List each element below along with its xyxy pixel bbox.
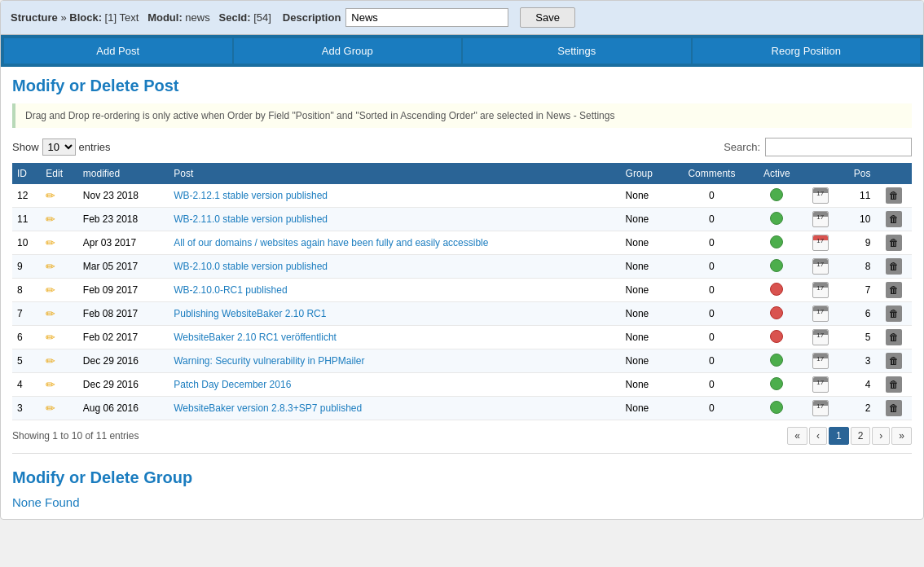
pagination-page-1[interactable]: 1 <box>829 427 849 445</box>
cell-active[interactable] <box>751 302 802 326</box>
add-post-button[interactable]: Add Post <box>4 38 232 64</box>
edit-icon[interactable]: ✏ <box>46 402 55 415</box>
cell-edit[interactable]: ✏ <box>41 184 78 208</box>
cell-calendar[interactable]: 17 <box>802 255 838 279</box>
active-green-icon[interactable] <box>770 354 783 367</box>
cell-edit[interactable]: ✏ <box>41 208 78 231</box>
cell-edit[interactable]: ✏ <box>41 397 78 420</box>
cell-active[interactable] <box>751 373 802 397</box>
delete-icon[interactable] <box>886 187 902 204</box>
delete-icon[interactable] <box>886 376 902 393</box>
cell-edit[interactable]: ✏ <box>41 326 78 349</box>
cell-post[interactable]: WebsiteBaker 2.10 RC1 veröffentlicht <box>169 326 620 349</box>
cell-delete[interactable] <box>875 326 912 349</box>
cell-edit[interactable]: ✏ <box>41 231 78 255</box>
cell-post[interactable]: WB-2.11.0 stable version published <box>169 208 620 231</box>
delete-icon[interactable] <box>886 235 902 251</box>
cell-post[interactable]: WB-2.12.1 stable version published <box>169 184 620 208</box>
cell-delete[interactable] <box>875 231 912 255</box>
cell-post[interactable]: All of our domains / websites again have… <box>169 231 620 255</box>
active-red-icon[interactable] <box>770 306 783 319</box>
cell-delete[interactable] <box>875 255 912 279</box>
cell-edit[interactable]: ✏ <box>41 302 78 326</box>
cell-post[interactable]: WB-2.10.0 stable version published <box>169 255 620 279</box>
cell-active[interactable] <box>751 231 802 255</box>
cell-active[interactable] <box>751 397 802 420</box>
pagination-page-2[interactable]: 2 <box>851 427 871 445</box>
cell-delete[interactable] <box>875 397 912 420</box>
description-input[interactable] <box>345 8 508 27</box>
cell-delete[interactable] <box>875 184 912 208</box>
active-red-icon[interactable] <box>770 283 783 296</box>
cell-delete[interactable] <box>875 208 912 231</box>
cell-post[interactable]: Publishing WebsiteBaker 2.10 RC1 <box>169 302 620 326</box>
pagination-first[interactable]: « <box>787 427 807 445</box>
active-red-icon[interactable] <box>770 330 783 343</box>
delete-icon[interactable] <box>886 211 902 227</box>
cell-calendar[interactable]: 17 <box>802 373 838 397</box>
cell-delete[interactable] <box>875 349 912 373</box>
edit-icon[interactable]: ✏ <box>46 331 55 344</box>
calendar-icon[interactable]: 17 <box>812 235 829 251</box>
cell-delete[interactable] <box>875 373 912 397</box>
active-green-icon[interactable] <box>770 235 783 248</box>
cell-calendar[interactable]: 17 <box>802 397 838 420</box>
settings-button[interactable]: Settings <box>463 38 691 64</box>
active-green-icon[interactable] <box>770 377 783 390</box>
calendar-icon[interactable]: 17 <box>812 211 829 227</box>
cell-active[interactable] <box>751 279 802 302</box>
calendar-icon[interactable]: 17 <box>812 282 829 298</box>
cell-edit[interactable]: ✏ <box>41 373 78 397</box>
entries-select[interactable]: 10 25 50 <box>42 138 76 156</box>
cell-delete[interactable] <box>875 279 912 302</box>
cell-post[interactable]: WB-2.10.0-RC1 published <box>169 279 620 302</box>
delete-icon[interactable] <box>886 353 902 369</box>
cell-post[interactable]: WebsiteBaker version 2.8.3+SP7 published <box>169 397 620 420</box>
post-link[interactable]: Patch Day December 2016 <box>174 379 291 390</box>
calendar-icon[interactable]: 17 <box>812 353 829 369</box>
cell-calendar[interactable]: 17 <box>802 349 838 373</box>
search-input[interactable] <box>765 138 912 156</box>
post-link[interactable]: All of our domains / websites again have… <box>174 237 488 248</box>
calendar-icon[interactable]: 17 <box>812 329 829 345</box>
post-link[interactable]: WB-2.11.0 stable version published <box>174 213 328 225</box>
delete-icon[interactable] <box>886 258 902 275</box>
active-green-icon[interactable] <box>770 401 783 414</box>
post-link[interactable]: WebsiteBaker 2.10 RC1 veröffentlicht <box>174 332 337 343</box>
cell-delete[interactable] <box>875 302 912 326</box>
edit-icon[interactable]: ✏ <box>46 354 55 367</box>
cell-calendar[interactable]: 17 <box>802 326 838 349</box>
cell-active[interactable] <box>751 208 802 231</box>
pagination-last[interactable]: » <box>891 427 912 445</box>
delete-icon[interactable] <box>886 282 902 298</box>
cell-edit[interactable]: ✏ <box>41 349 78 373</box>
post-link[interactable]: Publishing WebsiteBaker 2.10 RC1 <box>174 308 326 319</box>
edit-icon[interactable]: ✏ <box>46 189 55 202</box>
active-green-icon[interactable] <box>770 259 783 272</box>
edit-icon[interactable]: ✏ <box>46 284 55 297</box>
cell-edit[interactable]: ✏ <box>41 255 78 279</box>
cell-calendar[interactable]: 17 <box>802 302 838 326</box>
delete-icon[interactable] <box>886 305 902 322</box>
calendar-icon[interactable]: 17 <box>812 305 829 322</box>
cell-active[interactable] <box>751 255 802 279</box>
calendar-icon[interactable]: 17 <box>812 187 829 204</box>
cell-active[interactable] <box>751 326 802 349</box>
reorg-position-button[interactable]: Reorg Position <box>693 38 921 64</box>
post-link[interactable]: WB-2.12.1 stable version published <box>174 190 328 201</box>
cell-calendar[interactable]: 17 <box>802 184 838 208</box>
pagination-prev[interactable]: ‹ <box>809 427 827 445</box>
pagination-next[interactable]: › <box>872 427 890 445</box>
edit-icon[interactable]: ✏ <box>46 307 55 320</box>
add-group-button[interactable]: Add Group <box>234 38 462 64</box>
cell-active[interactable] <box>751 349 802 373</box>
cell-edit[interactable]: ✏ <box>41 279 78 302</box>
post-link[interactable]: WB-2.10.0-RC1 published <box>174 284 287 296</box>
active-green-icon[interactable] <box>770 188 783 201</box>
delete-icon[interactable] <box>886 400 902 416</box>
edit-icon[interactable]: ✏ <box>46 236 55 249</box>
delete-icon[interactable] <box>886 329 902 345</box>
cell-post[interactable]: Patch Day December 2016 <box>169 373 620 397</box>
post-link[interactable]: Warning: Security vulnerability in PHPMa… <box>174 355 364 367</box>
calendar-icon[interactable]: 17 <box>812 376 829 393</box>
